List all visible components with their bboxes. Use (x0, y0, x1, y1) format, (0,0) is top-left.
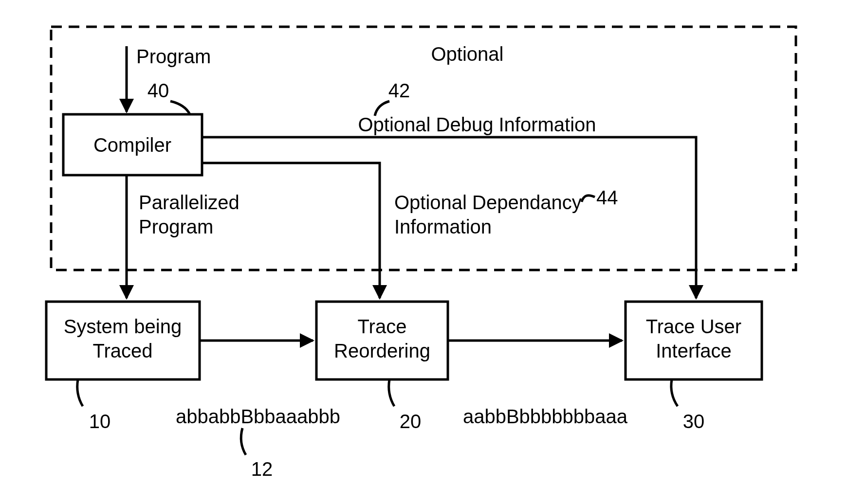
ref-12: 12 (251, 458, 273, 480)
ui-l1: Trace User (646, 316, 741, 337)
optional-label: Optional (431, 43, 504, 65)
reorder-l1: Trace (358, 316, 407, 337)
dep-info-l2: Information (394, 216, 492, 237)
reorder-l2: Reordering (334, 340, 430, 361)
leader-40 (170, 101, 190, 114)
leader-44 (582, 196, 595, 202)
parallelized-l2: Program (139, 216, 213, 237)
program-label: Program (136, 46, 211, 67)
compiler-label: Compiler (93, 134, 171, 156)
ref-20: 20 (400, 411, 422, 432)
leader-30 (671, 379, 678, 406)
dep-info-l1: Optional Dependancy (394, 192, 582, 213)
leader-20 (389, 379, 394, 406)
trace-out-label: aabbBbbbbbbbaaa (463, 406, 628, 427)
system-l1: System being (64, 316, 182, 337)
trace-in-label: abbabbBbbaaabbb (176, 406, 340, 427)
debug-info-label: Optional Debug Information (358, 114, 596, 135)
leader-10 (77, 379, 83, 406)
ref-30: 30 (683, 411, 705, 432)
arrow-dep-info (202, 163, 380, 298)
ui-l2: Interface (656, 340, 732, 361)
ref-44: 44 (596, 187, 618, 208)
ref-42: 42 (388, 80, 410, 101)
parallelized-l1: Parallelized (139, 192, 239, 213)
ref-10: 10 (89, 411, 111, 432)
ref-40: 40 (147, 80, 169, 101)
system-l2: Traced (92, 340, 152, 361)
leader-12 (241, 428, 246, 455)
